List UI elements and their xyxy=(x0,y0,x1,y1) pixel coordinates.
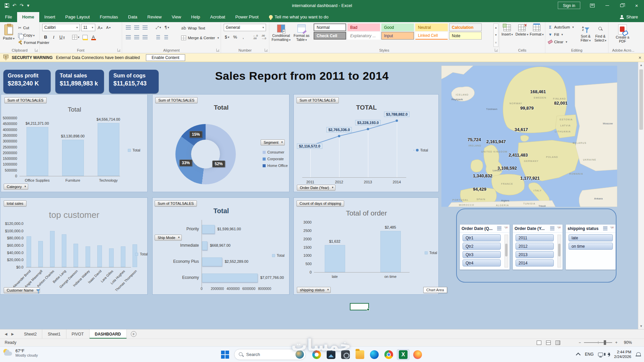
cell-style-calculation[interactable]: Calculation xyxy=(449,23,482,31)
tab-data[interactable]: Data xyxy=(123,12,142,22)
sheet-tab-sheet2[interactable]: Sheet2 xyxy=(18,329,42,339)
show-marks-button[interactable]: ¶ xyxy=(163,24,170,31)
decrease-decimal-button[interactable]: .00→.0 xyxy=(260,34,267,41)
underline-button[interactable]: U xyxy=(58,34,66,41)
tell-me-box[interactable]: Tell me what you want to do xyxy=(264,12,334,22)
increase-decimal-button[interactable]: ←.0.00 xyxy=(252,34,259,41)
photos-taskbar-button[interactable] xyxy=(325,349,337,360)
sheet-tab-sheet1[interactable]: Sheet1 xyxy=(42,329,66,339)
font-size-select[interactable]: 11 xyxy=(81,24,95,31)
new-sheet-button[interactable]: + xyxy=(131,331,137,337)
slicer-item-qtr2[interactable]: Qtr2 xyxy=(463,243,501,250)
dismiss-warning-icon[interactable]: × xyxy=(639,55,641,60)
ship-mode-axis-dropdown[interactable]: Ship Mode xyxy=(155,235,182,241)
tab-power-pivot[interactable]: Power Pivot xyxy=(230,12,263,22)
comma-style-button[interactable]: , xyxy=(240,34,247,41)
styles-gallery-scroll[interactable]: ▲▼≡ xyxy=(493,23,498,47)
sign-in-button[interactable]: Sign in xyxy=(558,2,580,9)
clear-filter-icon[interactable] xyxy=(504,227,508,229)
borders-button[interactable] xyxy=(71,34,80,41)
format-cells-button[interactable]: Format xyxy=(530,23,544,47)
wrap-text-button[interactable]: abWrap Text xyxy=(180,24,206,32)
alignment-dialog-launcher[interactable] xyxy=(216,49,219,52)
slicer-item-late[interactable]: late xyxy=(569,234,613,241)
paste-button[interactable]: Paste xyxy=(1,23,16,47)
cell-style-check-cell[interactable]: Check Cell xyxy=(314,32,346,40)
undo-icon[interactable]: ↶ xyxy=(12,3,16,8)
filter-funnel-icon[interactable] xyxy=(36,289,40,292)
slicer-item-2012[interactable]: 2012 xyxy=(516,243,554,250)
clear-filter-icon[interactable] xyxy=(610,227,614,229)
category-axis-dropdown[interactable]: Category xyxy=(4,184,28,190)
cell-style-note[interactable]: Note xyxy=(449,32,482,40)
restore-button[interactable] xyxy=(614,0,629,11)
edge-taskbar-button[interactable] xyxy=(368,349,381,360)
copilot-taskbar-button[interactable] xyxy=(310,349,323,360)
slicer-item-2011[interactable]: 2011 xyxy=(516,234,554,241)
slicer-item-qtr4[interactable]: Qtr4 xyxy=(463,259,501,266)
slicer-item-2013[interactable]: 2013 xyxy=(516,251,554,258)
start-button[interactable] xyxy=(221,350,229,359)
prev-sheet-icon[interactable]: ◀ xyxy=(5,332,7,336)
fill-button[interactable]: ▼Fill xyxy=(547,31,575,38)
clear-button[interactable]: Clear xyxy=(547,38,575,46)
customer-name-axis-dropdown[interactable]: Customer Name xyxy=(4,287,40,293)
chrome-taskbar-button[interactable] xyxy=(382,349,395,360)
find-select-button[interactable]: Find & Select xyxy=(593,23,608,47)
number-format-select[interactable]: General xyxy=(224,24,266,31)
slicer-item-qtr1[interactable]: Qtr1 xyxy=(463,234,501,241)
multi-select-icon[interactable] xyxy=(550,227,554,231)
vertical-scroll-thumb[interactable] xyxy=(639,69,643,130)
weather-widget[interactable]: 67°F Mostly cloudy xyxy=(3,348,38,358)
sheet-tab-pivot[interactable]: PIVOT xyxy=(66,329,90,339)
tab-view[interactable]: View xyxy=(167,12,186,22)
cell-style-explanatory-[interactable]: Explanatory ... xyxy=(347,32,380,40)
slicer-item-qtr3[interactable]: Qtr3 xyxy=(463,251,501,258)
slicer-item-on-time[interactable]: on time xyxy=(569,243,613,250)
autosum-button[interactable]: ΣAutoSum xyxy=(547,23,575,31)
merge-center-button[interactable]: Merge & Center xyxy=(180,34,220,42)
clock[interactable]: 2:44 PM 2/24/2026 xyxy=(614,350,631,359)
save-icon[interactable] xyxy=(5,3,9,8)
fill-color-button[interactable] xyxy=(82,34,89,41)
font-dialog-launcher[interactable] xyxy=(117,49,120,52)
selected-cell[interactable] xyxy=(350,303,369,310)
cell-style-normal[interactable]: Normal xyxy=(314,23,346,31)
minimize-button[interactable] xyxy=(600,0,614,11)
file-explorer-taskbar-button[interactable] xyxy=(354,349,366,360)
page-break-view-icon[interactable] xyxy=(555,341,560,345)
clipboard-dialog-launcher[interactable] xyxy=(35,49,38,52)
slicer-scrollbar[interactable] xyxy=(557,235,561,267)
italic-button[interactable]: I xyxy=(50,34,57,41)
align-left-button[interactable] xyxy=(125,34,132,41)
share-button[interactable]: Share xyxy=(614,12,644,22)
align-top-button[interactable] xyxy=(125,24,132,31)
percent-style-button[interactable]: % xyxy=(232,34,238,41)
enable-content-button[interactable]: Enable Content xyxy=(146,54,185,61)
customize-qat-icon[interactable]: ▾ xyxy=(27,3,29,8)
cell-style-input[interactable]: Input xyxy=(381,32,414,40)
create-pdf-button[interactable]: Create a PDF xyxy=(612,23,633,47)
firefox-taskbar-button[interactable] xyxy=(411,349,424,360)
scroll-down-icon[interactable]: ▼ xyxy=(638,324,644,328)
slicer-scrollbar[interactable] xyxy=(504,235,508,267)
normal-view-icon[interactable] xyxy=(537,341,541,345)
font-name-select[interactable]: Calibri xyxy=(42,24,80,31)
align-center-button[interactable] xyxy=(133,34,140,41)
slicer-item-2014[interactable]: 2014 xyxy=(516,259,554,266)
language-indicator[interactable]: ENG xyxy=(585,352,594,357)
next-sheet-icon[interactable]: ▶ xyxy=(11,332,14,336)
zoom-slider-thumb[interactable] xyxy=(604,340,606,345)
sheet-tab-dashboard[interactable]: DASHBOARD xyxy=(90,329,127,339)
grow-font-button[interactable]: A▲ xyxy=(97,24,104,31)
tab-acrobat[interactable]: Acrobat xyxy=(205,12,230,22)
tab-page-layout[interactable]: Page Layout xyxy=(60,12,95,22)
ribbon-display-options-button[interactable] xyxy=(585,0,600,11)
excel-taskbar-button[interactable] xyxy=(397,349,410,360)
cell-style-bad[interactable]: Bad xyxy=(347,23,380,31)
redo-icon[interactable]: ↷ xyxy=(20,3,24,8)
decrease-indent-button[interactable] xyxy=(155,34,161,41)
tab-insert[interactable]: Insert xyxy=(39,12,60,22)
slicer-scroll-thumb[interactable] xyxy=(505,244,507,256)
zoom-level[interactable]: 90% xyxy=(621,340,632,345)
